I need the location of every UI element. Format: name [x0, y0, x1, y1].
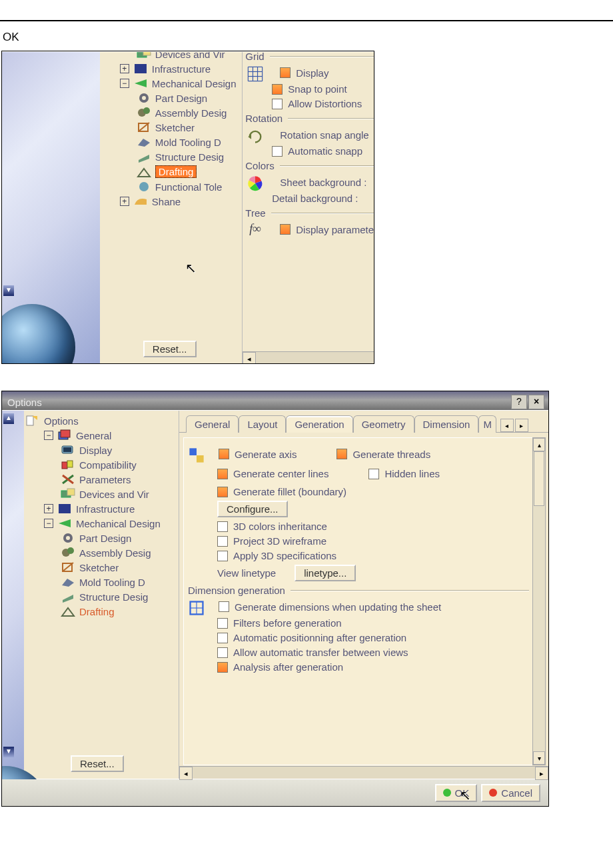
vertical-scrollbar[interactable]: ▴ ▾: [532, 437, 546, 765]
option-label: Apply 3D specifications: [233, 550, 336, 561]
tree-item[interactable]: Mold Tooling D: [137, 135, 242, 149]
tree-item-label: Infrastructure: [152, 63, 211, 75]
tree-item[interactable]: Devices and Vir: [137, 52, 242, 61]
checkbox[interactable]: [336, 449, 347, 459]
scroll-left-button[interactable]: ◂: [179, 767, 193, 780]
checkbox[interactable]: [217, 551, 228, 561]
reset-button[interactable]: Reset...: [143, 341, 197, 357]
checkbox[interactable]: [280, 67, 291, 78]
tab-geometry[interactable]: Geometry: [353, 415, 414, 433]
close-button[interactable]: ×: [528, 395, 544, 409]
tree-item[interactable]: Display: [61, 443, 179, 457]
tree-item[interactable]: − Mechanical Design: [120, 76, 242, 91]
tab-scroll-right[interactable]: ▸: [515, 419, 528, 432]
tree-item[interactable]: −Mechanical Design: [44, 516, 179, 531]
tree-item[interactable]: Structure Desig: [61, 589, 179, 604]
checkbox[interactable]: [217, 521, 228, 532]
tab-dimension[interactable]: Dimension: [414, 415, 479, 433]
ok-button[interactable]: OK: [435, 784, 478, 802]
grid-icon: [247, 65, 264, 80]
checkbox[interactable]: [219, 601, 229, 612]
tree-item[interactable]: Sketcher: [61, 560, 179, 575]
tree-item[interactable]: Mold Tooling D: [61, 575, 179, 589]
tab-generation[interactable]: Generation: [286, 415, 352, 433]
tree-item[interactable]: Devices and Vir: [61, 487, 179, 501]
ok-dot-icon: [443, 789, 451, 797]
fn-icon: f∞: [247, 222, 264, 237]
devices-icon: [137, 52, 151, 60]
tree-item-label: Functional Tole: [155, 181, 223, 193]
svg-point-13: [139, 182, 149, 191]
checkbox[interactable]: [272, 84, 283, 95]
tree-item[interactable]: Functional Tole: [137, 179, 242, 194]
expand-icon[interactable]: +: [44, 504, 53, 513]
scroll-down-button[interactable]: ▼: [3, 285, 14, 296]
collapse-icon[interactable]: −: [44, 519, 53, 528]
svg-marker-3: [135, 79, 147, 87]
option-label: Allow Distortions: [288, 98, 362, 109]
checkbox[interactable]: [217, 469, 228, 479]
tree-item[interactable]: Compatibility: [61, 457, 179, 472]
collapse-icon[interactable]: −: [44, 431, 53, 440]
scroll-down-button[interactable]: ▾: [533, 751, 545, 765]
tree-item-drafting[interactable]: Drafting: [61, 604, 179, 619]
tree-item[interactable]: + Shane: [120, 194, 242, 209]
expand-icon[interactable]: +: [120, 197, 129, 206]
help-button[interactable]: ?: [511, 395, 527, 409]
reset-button[interactable]: Reset...: [71, 755, 124, 772]
tab-overflow[interactable]: M: [478, 415, 496, 433]
scroll-right-button[interactable]: ▸: [535, 767, 548, 780]
tab-scroll-left[interactable]: ◂: [500, 419, 514, 432]
scroll-thumb[interactable]: [534, 451, 544, 506]
checkbox[interactable]: [217, 487, 228, 497]
checkbox[interactable]: [368, 469, 379, 479]
tree-item[interactable]: + Infrastructure: [120, 61, 242, 76]
expand-icon[interactable]: +: [120, 64, 129, 73]
checkbox[interactable]: [272, 146, 283, 157]
tree-item[interactable]: Part Design: [61, 531, 179, 545]
checkbox[interactable]: [272, 99, 283, 109]
scroll-down-button[interactable]: ▼: [3, 747, 14, 757]
tree-item-label: Sketcher: [79, 562, 119, 573]
horizontal-scrollbar[interactable]: ◂ ▸: [179, 766, 548, 779]
tree-item[interactable]: Assembly Desig: [137, 105, 242, 120]
tree-item[interactable]: Sketcher: [137, 120, 242, 135]
tree-item-label: Drafting: [155, 165, 197, 178]
ok-label: OK: [455, 787, 470, 799]
tab-layout[interactable]: Layout: [239, 415, 286, 433]
scroll-left-button[interactable]: ◂: [243, 352, 256, 364]
svg-marker-11: [139, 155, 149, 163]
checkbox[interactable]: [217, 618, 228, 629]
checkbox[interactable]: [219, 449, 229, 459]
tree-item-drafting[interactable]: Drafting: [137, 164, 242, 179]
tree-item[interactable]: Part Design: [137, 91, 242, 105]
configure-button[interactable]: Configure...: [217, 501, 288, 517]
horizontal-scrollbar[interactable]: ◂: [243, 351, 374, 364]
tab-general[interactable]: General: [186, 415, 239, 433]
tree-item[interactable]: +Infrastructure: [44, 501, 179, 516]
linetype-button[interactable]: linetype...: [295, 565, 356, 581]
tree-item[interactable]: Parameters: [61, 472, 179, 487]
checkbox[interactable]: [217, 647, 228, 658]
checkbox[interactable]: [217, 536, 228, 547]
checkbox[interactable]: [217, 633, 228, 643]
devices-icon: [61, 488, 75, 500]
scroll-up-button[interactable]: ▴: [533, 438, 545, 451]
tree-item[interactable]: Structure Desig: [137, 149, 242, 164]
gear-icon: [61, 532, 75, 544]
tree-item-label: Display: [79, 445, 112, 456]
svg-rect-2: [135, 64, 147, 73]
tree-item[interactable]: − General: [44, 428, 179, 443]
checkbox[interactable]: [280, 224, 291, 235]
collapse-icon[interactable]: −: [120, 79, 129, 88]
svg-marker-46: [62, 608, 74, 616]
tree-item-label: Structure Desig: [155, 151, 224, 163]
checkbox[interactable]: [217, 662, 228, 673]
svg-rect-29: [63, 447, 71, 452]
scroll-up-button[interactable]: ▲: [3, 413, 14, 424]
tree-item-label: Devices and Vir: [155, 52, 225, 60]
tree-item[interactable]: Assembly Desig: [61, 545, 179, 560]
cancel-button[interactable]: Cancel: [481, 784, 540, 802]
color-wheel-icon: [247, 175, 264, 189]
tree-root[interactable]: Options: [25, 413, 179, 428]
